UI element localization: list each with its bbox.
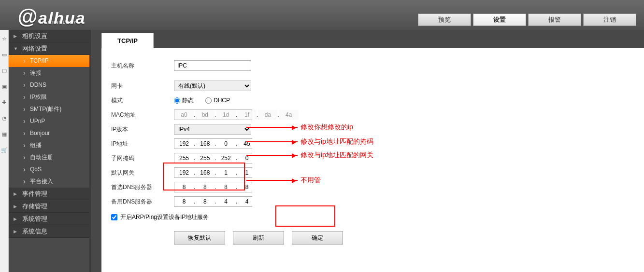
dns1-field[interactable]: . . . xyxy=(174,182,252,192)
clock-icon: ◔ xyxy=(2,115,7,122)
nav-logout[interactable]: 注销 xyxy=(583,14,636,26)
video-icon: ▢ xyxy=(2,68,7,74)
sidebar-item-tcpip[interactable]: TCP/IP xyxy=(9,55,89,67)
sidebar-item-connection[interactable]: 连接 xyxy=(9,67,89,79)
gw-label: 默认网关 xyxy=(111,169,174,177)
ok-button[interactable]: 确定 xyxy=(292,231,343,245)
sidebar-group-camera[interactable]: 相机设置 xyxy=(9,30,89,42)
dns2-label: 备用DNS服务器 xyxy=(111,198,174,206)
nav-alarm[interactable]: 报警 xyxy=(528,14,581,26)
arrow-icon xyxy=(246,141,298,142)
mask-field[interactable]: . . . xyxy=(174,153,252,163)
nav-settings[interactable]: 设置 xyxy=(473,14,526,26)
sidebar-group-system[interactable]: 系统管理 xyxy=(9,213,89,225)
nic-label: 网卡 xyxy=(111,82,174,90)
topbar: @alhua TECHNOLOGY 预览 设置 报警 注销 xyxy=(0,0,644,30)
mac-field: . . . . . xyxy=(174,109,252,120)
grid-icon: ▦ xyxy=(2,131,7,137)
left-icon-strip: ☆ ▭ ▢ ▣ ✚ ◔ ▦ 🛒 xyxy=(0,30,9,272)
sidebar-item-multicast[interactable]: 组播 xyxy=(9,139,89,151)
tab-tcpip[interactable]: TCP/IP xyxy=(101,33,154,48)
ipver-select[interactable]: IPv4 xyxy=(174,124,251,135)
arp-checkbox-row[interactable]: 开启ARP/Ping设置设备IP地址服务 xyxy=(111,213,634,221)
dns2-field[interactable]: . . . xyxy=(174,196,252,207)
sidebar-item-ippermission[interactable]: IP权限 xyxy=(9,91,89,103)
sidebar-group-network[interactable]: 网络设置 xyxy=(9,42,89,55)
sidebar-item-smtp[interactable]: SMTP(邮件) xyxy=(9,103,89,115)
sidebar-item-ddns[interactable]: DDNS xyxy=(9,79,89,91)
ipver-label: IP版本 xyxy=(111,125,174,134)
mac-label: MAC地址 xyxy=(111,111,174,119)
sidebar-item-autoreg[interactable]: 自动注册 xyxy=(9,151,89,163)
gw-field[interactable]: . . . xyxy=(174,167,252,178)
calendar-icon: ▭ xyxy=(2,52,7,58)
sidebar-group-storage[interactable]: 存储管理 xyxy=(9,200,89,213)
host-label: 主机名称 xyxy=(111,62,174,70)
mode-static-radio[interactable]: 静态 xyxy=(174,96,194,105)
annotation-mask: 修改与ip地址匹配的掩码 xyxy=(246,137,373,146)
logo: @alhua TECHNOLOGY xyxy=(17,1,77,28)
nic-select[interactable]: 有线(默认) xyxy=(174,81,251,91)
sidebar-item-upnp[interactable]: UPnP xyxy=(9,115,89,127)
sidebar-item-qos[interactable]: QoS xyxy=(9,163,89,176)
nav-preview[interactable]: 预览 xyxy=(418,14,471,26)
arrow-icon xyxy=(246,155,298,156)
content: TCP/IP 主机名称 网卡 有线(默认) 模式 静态 DHCP MAC地址 .… xyxy=(91,30,644,272)
annotation-dns: 不用管 xyxy=(246,176,321,185)
settings-panel: 主机名称 网卡 有线(默认) 模式 静态 DHCP MAC地址 . . . . xyxy=(101,48,644,272)
annotation-ip: 修改你想修改的ip xyxy=(246,123,353,132)
dns1-label: 首选DNS服务器 xyxy=(111,183,174,191)
sidebar-group-event[interactable]: 事件管理 xyxy=(9,188,89,200)
host-input[interactable] xyxy=(174,60,251,71)
mode-dhcp-radio[interactable]: DHCP xyxy=(205,97,230,104)
sidebar: 相机设置 网络设置 TCP/IP 连接 DDNS IP权限 SMTP(邮件) U… xyxy=(9,30,91,272)
sidebar-item-bonjour[interactable]: Bonjour xyxy=(9,127,89,139)
mask-label: 子网掩码 xyxy=(111,154,174,163)
restore-default-button[interactable]: 恢复默认 xyxy=(174,231,225,245)
plus-icon: ✚ xyxy=(2,99,6,106)
ip-field[interactable]: . . . xyxy=(174,138,252,149)
arrow-icon xyxy=(246,180,298,181)
sidebar-item-platform[interactable]: 平台接入 xyxy=(9,176,89,188)
top-nav: 预览 设置 报警 注销 xyxy=(418,14,636,26)
annotation-gw: 修改与ip地址匹配的网关 xyxy=(246,151,373,160)
refresh-button[interactable]: 刷新 xyxy=(233,231,284,245)
star-icon: ☆ xyxy=(2,36,7,42)
mode-label: 模式 xyxy=(111,96,174,105)
arp-checkbox[interactable] xyxy=(111,214,117,220)
sidebar-group-info[interactable]: 系统信息 xyxy=(9,225,89,238)
ip-label: IP地址 xyxy=(111,140,174,148)
cart-icon: 🛒 xyxy=(1,147,8,153)
live-icon: ▣ xyxy=(2,83,7,90)
arrow-icon xyxy=(246,127,298,128)
